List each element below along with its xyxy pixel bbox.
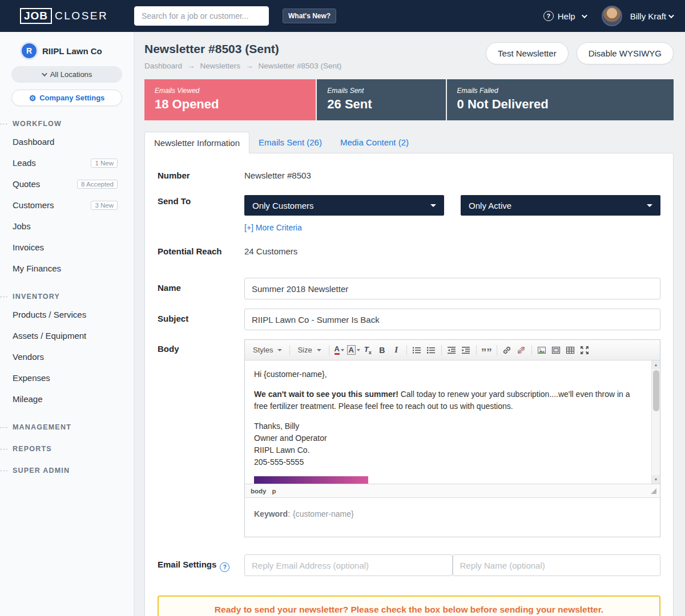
editor-content[interactable]: Hi {customer-name}, We can't wait to see…	[245, 360, 660, 484]
name-label: Name	[158, 278, 244, 299]
more-criteria-link[interactable]: [+] More Criteria	[244, 223, 302, 232]
global-search-input[interactable]	[134, 6, 269, 26]
editor-lead-bold: We can't wait to see you this summer!	[254, 390, 398, 399]
bulleted-list-icon[interactable]	[424, 343, 438, 357]
unlink-icon[interactable]	[514, 343, 529, 357]
send-to-audience-value: Only Customers	[252, 201, 314, 210]
stat-value: 0 Not Delivered	[457, 97, 663, 112]
email-settings-label-text: Email Settings	[158, 560, 216, 569]
sidebar-item-assets-equipment[interactable]: Assets / Equipment	[0, 325, 134, 346]
element-path-body[interactable]: body	[251, 488, 266, 495]
sidebar-item-invoices[interactable]: Invoices	[0, 237, 134, 258]
nav-label: Customers	[13, 200, 54, 210]
blockquote-icon[interactable]: ””	[480, 343, 494, 357]
section-management[interactable]: MANAGEMENT	[0, 423, 134, 431]
section-super-admin[interactable]: SUPER ADMIN	[0, 467, 134, 475]
resize-handle-icon[interactable]	[651, 488, 656, 494]
numbered-list-icon[interactable]	[410, 343, 424, 357]
send-to-audience-select[interactable]: Only Customers	[244, 195, 444, 216]
sidebar-item-quotes[interactable]: Quotes 8 Accepted	[0, 173, 134, 194]
all-locations-dropdown[interactable]: All Locations	[11, 66, 122, 83]
editor-toolbar: Styles Size A A Tx	[245, 340, 660, 360]
toolbar-separator	[531, 345, 532, 355]
keyword-hint: Keyword{customer-name}	[245, 497, 660, 537]
toolbar-separator	[441, 345, 442, 355]
tab-media-content[interactable]: Media Content (2)	[331, 132, 418, 153]
size-combo[interactable]: Size	[293, 343, 325, 357]
nav-label: Assets / Equipment	[13, 331, 86, 341]
breadcrumb-current: Newsletter #8503 (Sent)	[259, 62, 342, 70]
number-row: Number Newsletter #8503	[158, 169, 660, 180]
scroll-up-icon[interactable]: ▲	[652, 360, 660, 369]
image-icon[interactable]	[535, 343, 549, 357]
help-menu[interactable]: ? Help	[543, 11, 586, 21]
sidebar-item-leads[interactable]: Leads 1 New	[0, 152, 134, 173]
scroll-down-icon[interactable]: ▼	[652, 475, 660, 484]
test-newsletter-button[interactable]: Test Newsletter	[486, 42, 569, 64]
stats-bar: Emails Viewed 18 Opened Emails Sent 26 S…	[144, 79, 674, 120]
editor-scrollbar[interactable]: ▲ ▼	[651, 360, 660, 484]
whats-new-button[interactable]: What's New?	[283, 9, 336, 23]
italic-icon[interactable]: I	[389, 343, 404, 357]
company-avatar: R	[22, 43, 37, 58]
sidebar-item-expenses[interactable]: Expenses	[0, 367, 134, 388]
sidebar-item-jobs[interactable]: Jobs	[0, 216, 134, 237]
name-input[interactable]	[244, 278, 660, 299]
leads-badge: 1 New	[91, 159, 118, 168]
stat-emails-sent: Emails Sent 26 Sent	[317, 79, 445, 120]
tab-emails-sent[interactable]: Emails Sent (26)	[249, 132, 331, 153]
toolbar-separator	[289, 345, 290, 355]
remove-format-icon[interactable]: Tx	[361, 343, 375, 357]
decrease-indent-icon[interactable]	[445, 343, 459, 357]
reply-name-input[interactable]	[453, 554, 661, 576]
nav-label: Leads	[13, 158, 36, 168]
send-to-status-select[interactable]: Only Active	[461, 195, 660, 216]
bold-icon[interactable]: B	[375, 343, 389, 357]
breadcrumb-dashboard[interactable]: Dashboard	[144, 62, 200, 70]
subject-row: Subject	[158, 309, 660, 330]
stat-value: 26 Sent	[327, 97, 435, 112]
editor-signature-line: RIIPL Lawn Co.	[254, 444, 644, 456]
app-logo[interactable]: JOB CLOSER	[20, 8, 134, 24]
link-icon[interactable]	[500, 343, 514, 357]
logo-job-text: JOB	[20, 8, 52, 24]
sidebar-item-my-finances[interactable]: My Finances	[0, 258, 134, 279]
table-icon[interactable]	[563, 343, 578, 357]
breadcrumb-newsletters[interactable]: Newsletters	[200, 62, 259, 70]
sidebar-item-mileage[interactable]: Mileage	[0, 388, 134, 410]
section-reports[interactable]: REPORTS	[0, 445, 134, 453]
page-title: Newsletter #8503 (Sent)	[144, 42, 341, 56]
embed-icon[interactable]	[549, 343, 563, 357]
size-combo-label: Size	[297, 346, 312, 354]
all-locations-label: All Locations	[50, 70, 92, 79]
company-settings-button[interactable]: ⚙ Company Settings	[11, 90, 122, 106]
disable-wysiwyg-button[interactable]: Disable WYSIWYG	[577, 42, 674, 64]
scrollbar-thumb[interactable]	[653, 370, 659, 411]
background-color-icon[interactable]: A	[346, 343, 361, 357]
sidebar-item-customers[interactable]: Customers 3 New	[0, 194, 134, 216]
chevron-down-icon	[582, 13, 587, 18]
wysiwyg-editor: Styles Size A A Tx	[244, 339, 660, 537]
sidebar: R RIIPL Lawn Co All Locations ⚙ Company …	[0, 32, 134, 616]
top-bar: JOB CLOSER What's New? ? Help Billy Kraf…	[0, 0, 685, 32]
editor-paragraph: We can't wait to see you this summer! Ca…	[254, 388, 644, 412]
styles-combo[interactable]: Styles	[248, 343, 287, 357]
send-to-status-value: Only Active	[469, 201, 511, 210]
sidebar-item-vendors[interactable]: Vendors	[0, 346, 134, 367]
sidebar-item-dashboard[interactable]: Dashboard	[0, 131, 134, 152]
nav-label: Invoices	[13, 242, 44, 252]
user-avatar[interactable]	[602, 6, 622, 26]
maximize-icon[interactable]	[578, 343, 592, 357]
tab-newsletter-information[interactable]: Newsletter Information	[144, 132, 249, 153]
increase-indent-icon[interactable]	[459, 343, 473, 357]
question-circle-icon[interactable]: ?	[220, 562, 229, 572]
subject-input[interactable]	[244, 309, 660, 330]
nav-label: Jobs	[13, 221, 31, 231]
sidebar-item-products-services[interactable]: Products / Services	[0, 304, 134, 325]
user-menu[interactable]: Billy Kraft	[630, 11, 672, 21]
newsletter-banner-image	[254, 476, 368, 484]
text-color-icon[interactable]: A	[332, 343, 346, 357]
reply-email-input[interactable]	[244, 554, 453, 576]
element-path-p[interactable]: p	[272, 488, 276, 495]
editor-greeting: Hi {customer-name},	[254, 368, 644, 380]
